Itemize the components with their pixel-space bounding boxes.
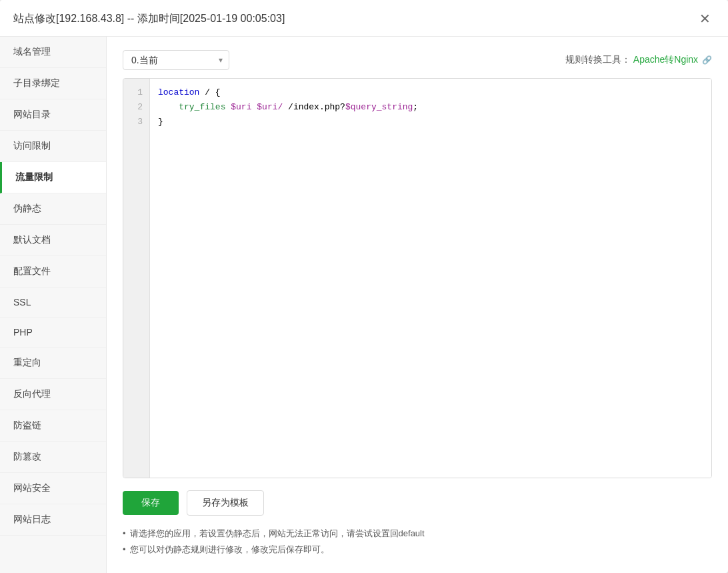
action-row: 保存 另存为模板 bbox=[123, 490, 712, 516]
dialog-title: 站点修改[192.168.43.8] -- 添加时间[2025-01-19 00… bbox=[13, 12, 285, 26]
line-numbers: 123 bbox=[123, 79, 150, 478]
sidebar-item-site-dir[interactable]: 网站目录 bbox=[0, 99, 106, 131]
main-dialog: 站点修改[192.168.43.8] -- 添加时间[2025-01-19 00… bbox=[0, 0, 728, 573]
code-editor[interactable]: 123 location / { try_files $uri $uri/ /i… bbox=[123, 78, 712, 478]
tip-text: 您可以对伪静态规则进行修改，修改完后保存即可。 bbox=[130, 544, 329, 556]
line-number: 3 bbox=[123, 115, 149, 129]
sidebar-item-traffic-limit[interactable]: 流量限制 bbox=[0, 162, 106, 193]
sidebar-item-access-limit[interactable]: 访问限制 bbox=[0, 131, 106, 162]
tip-bullet: • bbox=[123, 528, 126, 538]
tip-bullet: • bbox=[123, 544, 126, 554]
sidebar-item-pseudo-static[interactable]: 伪静态 bbox=[0, 193, 106, 225]
apache-to-nginx-link[interactable]: Apache转Nginx bbox=[633, 54, 698, 65]
sidebar-item-site-security[interactable]: 网站安全 bbox=[0, 473, 106, 504]
rule-tool-label: 规则转换工具： bbox=[565, 54, 631, 65]
sidebar-item-reverse-proxy[interactable]: 反向代理 bbox=[0, 379, 106, 410]
sidebar-item-php[interactable]: PHP bbox=[0, 318, 106, 348]
rule-tool-area: 规则转换工具： Apache转Nginx 🔗 bbox=[565, 54, 712, 66]
dialog-header: 站点修改[192.168.43.8] -- 添加时间[2025-01-19 00… bbox=[0, 0, 728, 37]
sidebar-item-domain[interactable]: 域名管理 bbox=[0, 37, 106, 68]
sidebar-item-ssl[interactable]: SSL bbox=[0, 288, 106, 318]
sidebar-item-config-file[interactable]: 配置文件 bbox=[0, 256, 106, 288]
line-number: 2 bbox=[123, 100, 149, 115]
toolbar-row: 0.当前1.默认2.自定义 ▾ 规则转换工具： Apache转Nginx 🔗 bbox=[123, 50, 712, 70]
save-button[interactable]: 保存 bbox=[123, 491, 179, 515]
sidebar-item-redirect[interactable]: 重定向 bbox=[0, 348, 106, 379]
save-as-template-button[interactable]: 另存为模板 bbox=[187, 490, 264, 516]
sidebar: 域名管理子目录绑定网站目录访问限制流量限制伪静态默认文档配置文件SSLPHP重定… bbox=[0, 37, 107, 573]
template-select-wrapper: 0.当前1.默认2.自定义 ▾ bbox=[123, 50, 229, 70]
code-content[interactable]: location / { try_files $uri $uri/ /index… bbox=[150, 79, 711, 478]
tip-text: 请选择您的应用，若设置伪静态后，网站无法正常访问，请尝试设置回default bbox=[130, 528, 425, 540]
main-content: 0.当前1.默认2.自定义 ▾ 规则转换工具： Apache转Nginx 🔗 1… bbox=[107, 37, 728, 573]
close-button[interactable]: ✕ bbox=[695, 11, 715, 27]
template-select[interactable]: 0.当前1.默认2.自定义 bbox=[123, 50, 229, 70]
sidebar-item-hotlink[interactable]: 防盗链 bbox=[0, 410, 106, 442]
sidebar-item-site-log[interactable]: 网站日志 bbox=[0, 504, 106, 536]
line-number: 1 bbox=[123, 85, 149, 100]
sidebar-item-subdirectory[interactable]: 子目录绑定 bbox=[0, 68, 106, 99]
dialog-body: 域名管理子目录绑定网站目录访问限制流量限制伪静态默认文档配置文件SSLPHP重定… bbox=[0, 37, 728, 573]
tip-item: •您可以对伪静态规则进行修改，修改完后保存即可。 bbox=[123, 544, 712, 556]
link-icon: 🔗 bbox=[702, 55, 712, 65]
sidebar-item-default-doc[interactable]: 默认文档 bbox=[0, 225, 106, 256]
sidebar-item-tamper[interactable]: 防篡改 bbox=[0, 442, 106, 473]
tip-item: •请选择您的应用，若设置伪静态后，网站无法正常访问，请尝试设置回default bbox=[123, 528, 712, 540]
tips-section: •请选择您的应用，若设置伪静态后，网站无法正常访问，请尝试设置回default•… bbox=[123, 528, 712, 560]
